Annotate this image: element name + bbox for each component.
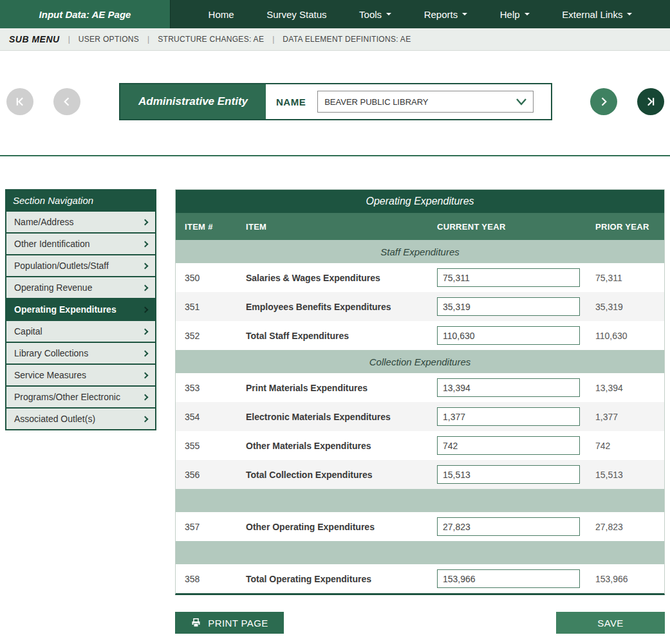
item-number: 358 — [176, 574, 237, 584]
entity-name-select-value: BEAVER PUBLIC LIBRARY — [324, 97, 428, 107]
expenditure-row-353: 353Print Materials Expenditures13,394 — [176, 373, 664, 402]
entity-name-label: NAME — [276, 97, 306, 107]
item-label: Print Materials Expenditures — [237, 383, 428, 393]
current-year-input-350[interactable] — [437, 268, 580, 287]
table-title-label: Operating Expenditures — [366, 196, 474, 207]
last-entity-button[interactable] — [637, 88, 664, 115]
nav-item-tools[interactable]: Tools — [359, 9, 391, 20]
section-band-spacer — [176, 489, 664, 512]
sidebar-item-population-outlets-staff[interactable]: Population/Outlets/Staff — [6, 254, 155, 276]
expenditure-row-356: 356Total Collection Expenditures15,513 — [176, 460, 664, 489]
current-year-input-357[interactable] — [437, 517, 580, 536]
item-label: Other Materials Expenditures — [237, 441, 428, 451]
sidebar-list: Name/AddressOther IdentificationPopulati… — [6, 210, 155, 429]
sidebar-item-label: Operating Expenditures — [14, 304, 116, 315]
current-year-cell — [428, 517, 586, 536]
nav-item-label: External Links — [562, 9, 622, 20]
footer-actions: PRINT PAGE SAVE — [175, 612, 665, 634]
submenu-items: |USER OPTIONS|STRUCTURE CHANGES: AE|DATA… — [60, 35, 411, 44]
submenu-item-structure-changes-ae[interactable]: STRUCTURE CHANGES: AE — [158, 35, 264, 44]
current-year-cell — [428, 378, 586, 397]
current-year-input-351[interactable] — [437, 297, 580, 316]
current-year-input-356[interactable] — [437, 465, 580, 484]
nav-item-home[interactable]: Home — [209, 9, 234, 20]
submenu-label: SUB MENU — [9, 34, 60, 44]
current-year-input-353[interactable] — [437, 378, 580, 397]
sidebar-item-programs-other-electronic[interactable]: Programs/Other Electronic — [6, 385, 155, 407]
chevron-right-icon — [142, 241, 149, 247]
prior-year-value: 110,630 — [586, 331, 664, 341]
section-band-staff-expenditures: Staff Expenditures — [176, 240, 664, 263]
first-entity-button[interactable] — [6, 88, 33, 115]
current-year-input-358[interactable] — [437, 569, 580, 588]
sidebar-item-name-address[interactable]: Name/Address — [6, 210, 155, 232]
chevron-right-icon — [142, 219, 149, 225]
chevron-right-icon — [142, 328, 149, 335]
nav-item-reports[interactable]: Reports — [424, 9, 468, 20]
table-body: Staff Expenditures350Salaries & Wages Ex… — [176, 240, 664, 593]
item-label: Employees Benefits Expenditures — [237, 302, 428, 312]
dropdown-caret-icon — [627, 13, 632, 15]
save-button-label: SAVE — [597, 618, 624, 629]
sidebar-item-capital[interactable]: Capital — [6, 320, 155, 342]
current-year-cell — [428, 407, 586, 426]
sidebar-item-other-identification[interactable]: Other Identification — [6, 232, 155, 254]
nav-item-label: Home — [209, 9, 234, 20]
submenu-item-data-element-definitions-ae[interactable]: DATA ELEMENT DEFINITIONS: AE — [283, 35, 411, 44]
current-year-input-352[interactable] — [437, 326, 580, 345]
section-navigation-title-label: Section Navigation — [13, 195, 93, 206]
sidebar-item-label: Other Identification — [14, 239, 90, 249]
current-year-cell — [428, 465, 586, 484]
active-page-tab[interactable]: Input Data: AE Page — [0, 0, 171, 28]
sidebar-item-operating-revenue[interactable]: Operating Revenue — [6, 276, 155, 298]
sidebar-item-operating-expenditures[interactable]: Operating Expenditures — [6, 298, 155, 320]
next-entity-button[interactable] — [590, 88, 617, 115]
last-page-icon — [644, 95, 657, 108]
dropdown-caret-icon — [462, 13, 467, 15]
section-navigation: Section Navigation Name/AddressOther Ide… — [5, 189, 156, 430]
save-button[interactable]: SAVE — [556, 612, 665, 634]
sidebar-item-library-collections[interactable]: Library Collections — [6, 342, 155, 363]
item-number: 355 — [176, 441, 237, 451]
current-year-cell — [428, 297, 586, 316]
sidebar-item-service-measures[interactable]: Service Measures — [6, 363, 155, 385]
nav-item-external-links[interactable]: External Links — [562, 9, 632, 20]
chevron-left-icon — [60, 95, 73, 108]
current-year-cell — [428, 569, 586, 588]
section-band-spacer — [176, 541, 664, 564]
current-year-input-355[interactable] — [437, 436, 580, 455]
chevron-right-icon — [142, 372, 149, 378]
sidebar-item-label: Service Measures — [14, 370, 86, 380]
entity-selector-box: Administrative Entity NAME BEAVER PUBLIC… — [119, 83, 552, 120]
current-year-input-354[interactable] — [437, 407, 580, 426]
section-band-label: Staff Expenditures — [380, 246, 460, 257]
chevron-right-icon — [142, 394, 149, 400]
prior-year-value: 742 — [586, 441, 664, 451]
entity-name-select[interactable]: BEAVER PUBLIC LIBRARY — [317, 91, 534, 113]
prior-year-value: 75,311 — [586, 273, 664, 283]
expenditure-row-355: 355Other Materials Expenditures742 — [176, 431, 664, 460]
sidebar-item-label: Operating Revenue — [14, 282, 92, 293]
nav-item-label: Help — [500, 9, 520, 20]
nav-item-help[interactable]: Help — [500, 9, 530, 20]
sidebar-item-associated-outlet-s[interactable]: Associated Outlet(s) — [6, 407, 155, 429]
active-page-tab-label: Input Data: AE Page — [39, 9, 131, 20]
nav-item-survey-status[interactable]: Survey Status — [266, 9, 326, 20]
col-prior-year: PRIOR YEAR — [586, 222, 664, 232]
sidebar-item-label: Capital — [14, 326, 42, 336]
prior-year-value: 27,823 — [586, 522, 664, 532]
print-page-button[interactable]: PRINT PAGE — [175, 612, 284, 634]
sidebar-item-label: Associated Outlet(s) — [14, 414, 95, 424]
item-number: 352 — [176, 331, 237, 341]
submenu-item-user-options[interactable]: USER OPTIONS — [79, 35, 139, 44]
sidebar-item-label: Name/Address — [14, 217, 74, 227]
expenditure-row-354: 354Electronic Materials Expenditures1,37… — [176, 402, 664, 431]
nav-menu: HomeSurvey StatusToolsReportsHelpExterna… — [171, 0, 670, 28]
previous-entity-button[interactable] — [53, 88, 80, 115]
top-navbar: Input Data: AE Page HomeSurvey StatusToo… — [0, 0, 670, 28]
entity-type-title-label: Administrative Entity — [138, 95, 248, 108]
chevron-right-icon — [142, 350, 149, 356]
current-year-cell — [428, 436, 586, 455]
item-label: Other Operating Expenditures — [237, 522, 428, 532]
nav-item-label: Tools — [359, 9, 382, 20]
